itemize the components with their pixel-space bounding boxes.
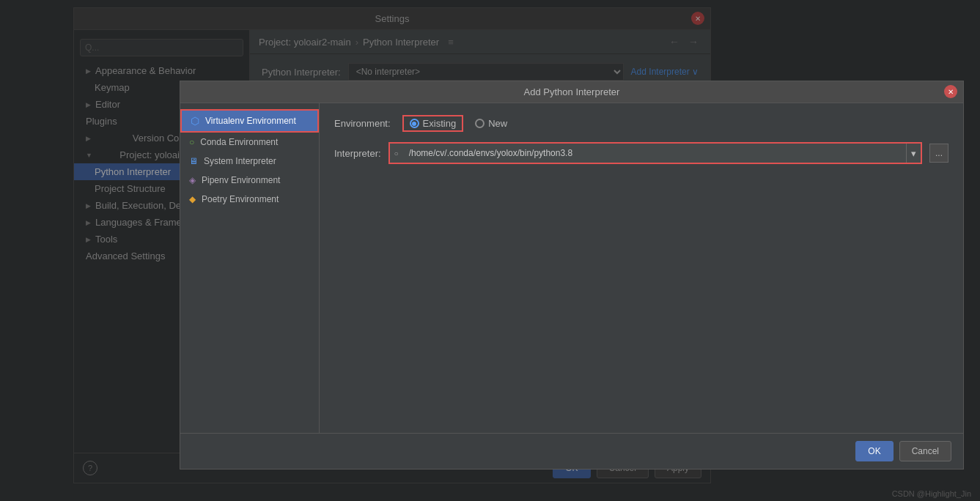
dialog-item-conda[interactable]: ○ Conda Environment bbox=[180, 133, 319, 152]
environment-row: Environment: Existing New bbox=[334, 115, 948, 132]
radio-existing-label: Existing bbox=[423, 118, 457, 129]
dialog-close-button[interactable]: ✕ bbox=[944, 85, 957, 98]
dialog-item-virtualenv-label: Virtualenv Environment bbox=[205, 116, 296, 126]
dialog-item-poetry-label: Poetry Environment bbox=[202, 194, 279, 204]
radio-new-label: New bbox=[488, 118, 507, 129]
interpreter-field-label: Interpreter: bbox=[334, 148, 381, 159]
interpreter-dropdown-button[interactable]: ▾ bbox=[906, 144, 921, 163]
interpreter-field-circle-icon: ○ bbox=[390, 149, 403, 157]
dialog-cancel-button[interactable]: Cancel bbox=[899, 441, 951, 461]
dialog-item-pipenv-label: Pipenv Environment bbox=[202, 175, 280, 185]
interpreter-field-row: Interpreter: ○ ▾ ... bbox=[334, 142, 948, 164]
dialog-item-system[interactable]: 🖥 System Interpreter bbox=[180, 152, 319, 171]
dialog-body: ⬡ Virtualenv Environment ○ Conda Environ… bbox=[180, 103, 963, 433]
dialog-item-system-label: System Interpreter bbox=[204, 156, 276, 166]
dialog-left-panel: ⬡ Virtualenv Environment ○ Conda Environ… bbox=[180, 103, 320, 433]
dialog-right-panel: Environment: Existing New Interpreter: ○ bbox=[320, 103, 963, 433]
dialog-item-conda-label: Conda Environment bbox=[200, 137, 278, 147]
interpreter-field-input[interactable] bbox=[406, 144, 903, 163]
pipenv-icon: ◈ bbox=[189, 175, 196, 185]
dialog-title: Add Python Interpreter bbox=[524, 86, 620, 97]
system-icon: 🖥 bbox=[189, 156, 198, 166]
dialog-item-virtualenv[interactable]: ⬡ Virtualenv Environment bbox=[180, 109, 319, 133]
radio-existing[interactable]: Existing bbox=[402, 115, 464, 132]
dialog-item-poetry[interactable]: ◆ Poetry Environment bbox=[180, 190, 319, 209]
radio-group: Existing New bbox=[402, 115, 508, 132]
radio-new-dot bbox=[475, 119, 485, 128]
interpreter-more-button[interactable]: ... bbox=[929, 144, 948, 163]
dialog-footer: OK Cancel bbox=[180, 433, 963, 469]
dialog-item-pipenv[interactable]: ◈ Pipenv Environment bbox=[180, 171, 319, 190]
dialog-titlebar: Add Python Interpreter ✕ bbox=[180, 81, 963, 103]
interpreter-field-wrap: ○ ▾ bbox=[388, 142, 922, 164]
add-interpreter-dialog: Add Python Interpreter ✕ ⬡ Virtualenv En… bbox=[180, 81, 964, 470]
radio-new[interactable]: New bbox=[475, 118, 507, 129]
virtualenv-icon: ⬡ bbox=[191, 115, 199, 127]
environment-label: Environment: bbox=[334, 118, 391, 129]
radio-existing-dot bbox=[410, 119, 419, 128]
conda-icon: ○ bbox=[189, 137, 194, 147]
poetry-icon: ◆ bbox=[189, 194, 196, 204]
dialog-ok-button[interactable]: OK bbox=[855, 441, 893, 461]
